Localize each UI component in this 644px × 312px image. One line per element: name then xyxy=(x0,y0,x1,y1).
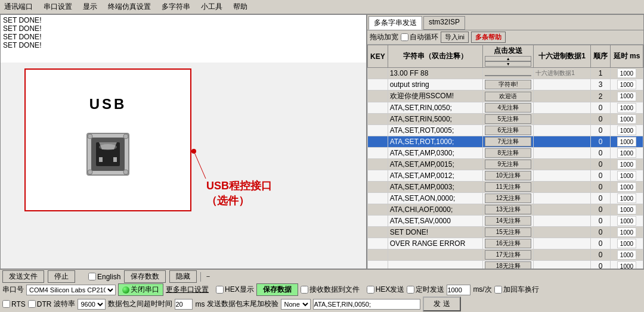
close-port-btn[interactable]: 关闭串口 xyxy=(118,283,163,296)
row-cmd[interactable]: ATA,SET,ROT,0005; xyxy=(388,125,483,136)
stop-btn[interactable]: 停止 xyxy=(48,270,75,283)
row-send-btn[interactable]: 15无注释 xyxy=(483,227,534,238)
menu-tools[interactable]: 小工具 xyxy=(199,1,224,13)
row-send-btn[interactable]: 12无注释 xyxy=(483,193,534,204)
dtr-checkbox[interactable] xyxy=(28,300,36,308)
add-newline-checkbox[interactable] xyxy=(494,286,502,294)
table-row[interactable]: output string 字符串! 3 xyxy=(368,79,643,91)
table-row[interactable]: ATA,SET,SAV,0000 14无注释 0 xyxy=(368,216,643,227)
table-row[interactable]: 欢迎你使用SSCOM! 欢迎语 2 xyxy=(368,91,643,102)
row-send-btn[interactable]: 字符串! xyxy=(483,79,534,91)
row-delay[interactable] xyxy=(610,204,643,216)
english-checkbox-label[interactable]: English xyxy=(88,273,120,281)
row-send-btn[interactable]: 欢迎语 xyxy=(483,91,534,102)
row-cmd[interactable]: ATA,SET,SAV,0000 xyxy=(388,216,483,227)
row-delay[interactable] xyxy=(610,159,643,170)
row-delay[interactable] xyxy=(610,125,643,136)
table-row[interactable]: ATA,SET,AMP,0003; 11无注释 0 xyxy=(368,182,643,193)
recv-overflow-input[interactable] xyxy=(175,299,193,310)
table-row[interactable]: 17无注释 0 xyxy=(368,249,643,261)
row-send-btn[interactable]: 7无注释 xyxy=(483,136,534,148)
row-delay[interactable] xyxy=(610,102,643,114)
save-params-btn[interactable]: 保存数数 xyxy=(124,270,166,283)
more-settings-link[interactable]: 更多串口设置 xyxy=(166,285,209,295)
hex-display-label[interactable]: HEX显示 xyxy=(216,285,254,295)
row-send-btn[interactable]: 6无注释 xyxy=(483,125,534,136)
help-btn[interactable]: 多条帮助 xyxy=(471,32,506,43)
row-send-btn[interactable]: 11无注释 xyxy=(483,182,534,193)
menu-serial-settings[interactable]: 串口设置 xyxy=(42,1,74,13)
timed-send-label[interactable]: 定时发送 xyxy=(407,285,444,295)
row-delay[interactable] xyxy=(610,91,643,102)
hex-display-checkbox[interactable] xyxy=(216,286,224,294)
row-delay[interactable] xyxy=(610,249,643,261)
row-cmd[interactable]: ATA,SET,AON,0000; xyxy=(388,193,483,204)
spin-down[interactable]: ▼ xyxy=(485,61,531,67)
row-send-btn[interactable]: 5无注释 xyxy=(483,114,534,125)
row-delay[interactable] xyxy=(610,68,643,79)
row-delay[interactable] xyxy=(610,148,643,159)
timed-value-input[interactable] xyxy=(447,285,470,295)
send-file-btn[interactable]: 发送文件 xyxy=(2,270,44,283)
row-delay[interactable] xyxy=(610,170,643,182)
table-row[interactable]: SET DONE! 15无注释 0 xyxy=(368,227,643,238)
rts-checkbox[interactable] xyxy=(2,300,10,308)
add-newline-label[interactable]: 加回车换行 xyxy=(494,285,539,295)
row-delay[interactable] xyxy=(610,238,643,249)
menu-terminal-sim[interactable]: 终端仿真设置 xyxy=(106,1,153,13)
row-send-btn[interactable]: 14无注释 xyxy=(483,216,534,227)
menu-display[interactable]: 显示 xyxy=(81,1,99,13)
row-cmd[interactable]: ATA,SET,AMP,0012; xyxy=(388,170,483,182)
hex-send-checkbox[interactable] xyxy=(367,286,374,294)
row-send-btn[interactable]: 4无注释 xyxy=(483,102,534,114)
row-send-btn[interactable] xyxy=(483,68,534,79)
rts-label[interactable]: RTS xyxy=(2,300,26,308)
menu-comm-port[interactable]: 通讯端口 xyxy=(2,1,35,13)
send-spinner[interactable]: ▲ ▼ xyxy=(485,56,531,67)
table-row[interactable]: ATA,SET,ROT,0005; 6无注释 0 xyxy=(368,125,643,136)
table-row[interactable]: ATA,SET,ROT,1000; 7无注释 0 xyxy=(368,136,643,148)
row-send-btn[interactable]: 8无注释 xyxy=(483,148,534,159)
table-row[interactable]: ATA,SET,RIN,0050; 4无注释 0 xyxy=(368,102,643,114)
row-cmd[interactable]: ATA,SET,AMP,0003; xyxy=(388,182,483,193)
send-input[interactable] xyxy=(313,299,420,310)
table-row[interactable]: ATA,SET,RIN,5000; 5无注释 0 xyxy=(368,114,643,125)
table-row[interactable]: ATA,SET,AMP,0015; 9无注释 0 xyxy=(368,159,643,170)
checksum-select[interactable]: None xyxy=(281,299,311,310)
row-cmd[interactable]: 欢迎你使用SSCOM! xyxy=(388,91,483,102)
table-row[interactable]: ATA,CHI,AOF,0000; 13无注释 0 xyxy=(368,204,643,216)
row-cmd[interactable]: 13.00 FF 88 xyxy=(388,68,483,79)
row-delay[interactable] xyxy=(610,216,643,227)
row-cmd[interactable]: SET DONE! xyxy=(388,227,483,238)
row-send-btn[interactable]: 10无注释 xyxy=(483,170,534,182)
menu-multichar[interactable]: 多字符串 xyxy=(160,1,192,13)
row-delay[interactable] xyxy=(610,136,643,148)
loop-checkbox-label[interactable]: 自动循环 xyxy=(401,32,438,42)
hex-send-label[interactable]: HEX发送 xyxy=(367,285,405,295)
save-data-btn[interactable]: 保存数据 xyxy=(256,283,298,296)
row-delay[interactable] xyxy=(610,193,643,204)
table-row[interactable]: ATA,SET,AMP,0300; 8无注释 0 xyxy=(368,148,643,159)
loop-checkbox[interactable] xyxy=(401,33,408,41)
hide-btn[interactable]: 隐藏 xyxy=(169,270,197,283)
row-delay[interactable] xyxy=(610,79,643,91)
table-row[interactable]: 13.00 FF 88 十六进制数据1 1 xyxy=(368,68,643,79)
row-delay[interactable] xyxy=(610,114,643,125)
table-row[interactable]: ATA,SET,AON,0000; 12无注释 0 xyxy=(368,193,643,204)
dtr-label[interactable]: DTR xyxy=(28,300,52,308)
row-cmd[interactable]: ATA,SET,RIN,5000; xyxy=(388,114,483,125)
row-send-btn[interactable]: 13无注释 xyxy=(483,204,534,216)
row-delay[interactable] xyxy=(610,227,643,238)
english-checkbox[interactable] xyxy=(88,273,96,280)
send-btn[interactable]: 发 送 xyxy=(423,297,460,311)
row-send-btn[interactable]: 16无注释 xyxy=(483,238,534,249)
load-ini-btn[interactable]: 导入ini xyxy=(441,32,469,43)
row-cmd[interactable]: ATA,SET,ROT,1000; xyxy=(388,136,483,148)
row-cmd[interactable]: output string xyxy=(388,79,483,91)
row-cmd[interactable] xyxy=(388,249,483,261)
row-send-btn[interactable]: 17无注释 xyxy=(483,249,534,261)
row-send-btn[interactable]: 9无注释 xyxy=(483,159,534,170)
spin-up[interactable]: ▲ xyxy=(485,56,531,61)
timed-send-checkbox[interactable] xyxy=(407,286,414,294)
row-cmd[interactable]: ATA,SET,AMP,0300; xyxy=(388,148,483,159)
